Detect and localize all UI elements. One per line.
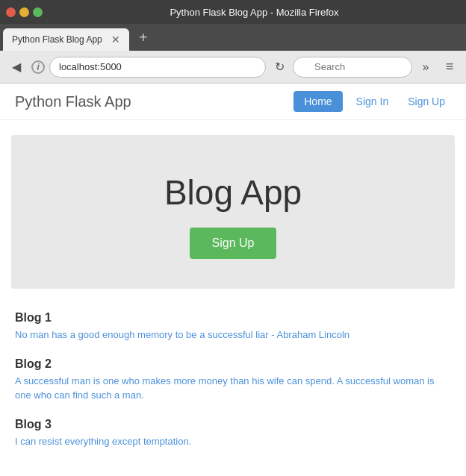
- search-wrapper: 🔍: [293, 57, 412, 78]
- site-title: Python Flask App: [15, 93, 293, 110]
- signin-button[interactable]: Sign In: [350, 91, 395, 112]
- blog-list: Blog 1 No man has a good enough memory t…: [0, 304, 466, 476]
- blog-post-content-2: A successful man is one who makes more m…: [15, 374, 451, 403]
- tab-bar: Python Flask Blog App ✕ +: [0, 24, 466, 51]
- info-icon[interactable]: i: [31, 60, 45, 74]
- blog-post-title-3: Blog 3: [15, 418, 451, 431]
- blog-post-2: Blog 2 A successful man is one who makes…: [15, 357, 451, 403]
- back-button[interactable]: ◀: [6, 57, 27, 78]
- new-tab-button[interactable]: +: [132, 26, 155, 48]
- blog-post-title-1: Blog 1: [15, 311, 451, 325]
- hero-signup-button[interactable]: Sign Up: [190, 228, 277, 259]
- url-input[interactable]: [49, 57, 266, 78]
- nav-links: Home Sign In Sign Up: [293, 91, 451, 112]
- hero-section: Blog App Sign Up: [11, 135, 455, 289]
- search-input[interactable]: [293, 57, 412, 78]
- title-bar: Python Flask Blog App - Mozilla Firefox: [0, 0, 466, 24]
- blog-post-content-3: I can resist everything except temptatio…: [15, 434, 451, 449]
- site-navbar: Python Flask App Home Sign In Sign Up: [0, 84, 466, 120]
- menu-button[interactable]: ≡: [439, 57, 460, 78]
- tab-close-icon[interactable]: ✕: [111, 34, 120, 46]
- window-title: Python Flask Blog App - Mozilla Firefox: [49, 7, 460, 18]
- reload-button[interactable]: ↻: [270, 58, 288, 76]
- browser-content: Python Flask App Home Sign In Sign Up Bl…: [0, 84, 466, 476]
- active-tab[interactable]: Python Flask Blog App ✕: [3, 28, 129, 51]
- blog-post-content-1: No man has a good enough memory to be a …: [15, 328, 451, 342]
- close-button[interactable]: [6, 7, 16, 17]
- minimize-button[interactable]: [19, 7, 29, 17]
- more-button[interactable]: »: [417, 58, 435, 76]
- blog-post-title-2: Blog 2: [15, 357, 451, 371]
- blog-post-1: Blog 1 No man has a good enough memory t…: [15, 311, 451, 342]
- signup-button[interactable]: Sign Up: [402, 91, 451, 112]
- home-button[interactable]: Home: [293, 91, 342, 112]
- hero-title: Blog App: [164, 172, 302, 213]
- window-controls: [6, 7, 43, 17]
- maximize-button[interactable]: [33, 7, 43, 17]
- tab-label: Python Flask Blog App: [12, 34, 102, 45]
- blog-post-3: Blog 3 I can resist everything except te…: [15, 418, 451, 449]
- address-bar: ◀ i ↻ 🔍 » ≡: [0, 51, 466, 84]
